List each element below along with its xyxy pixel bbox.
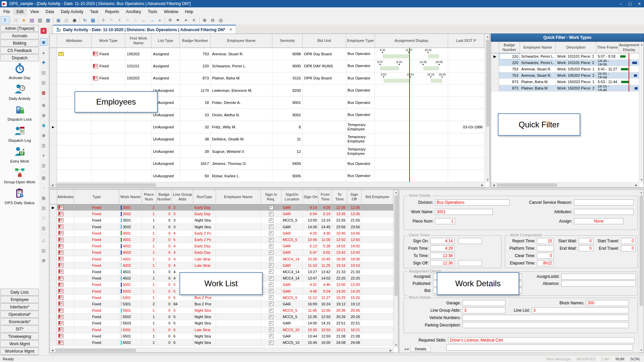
column-header[interactable]: Sign Off — [347, 190, 362, 204]
sign-in-req-checkbox[interactable]: ✓ — [269, 212, 273, 216]
menu-view[interactable]: View — [27, 8, 42, 15]
sign-in-req-checkbox[interactable]: ✓ — [269, 269, 273, 274]
column-header[interactable]: Bid Unit — [303, 34, 346, 48]
sign-in-req-checkbox[interactable]: ✓ — [269, 244, 273, 248]
sign-in-req-checkbox[interactable]: ✓ — [269, 205, 273, 210]
table-row[interactable]: 753Arenivar, Stuart R.Work: 105202 Piece… — [491, 66, 644, 72]
menu-help[interactable]: Help — [181, 8, 197, 15]
sidebar-group-bidding[interactable]: Bidding — [0, 40, 39, 47]
menu-edit[interactable]: Edit — [13, 8, 27, 15]
close-panel-button[interactable]: ✕ — [41, 28, 47, 34]
column-header[interactable]: Badge Number — [499, 42, 520, 53]
tab-close-icon[interactable]: ✕ — [229, 27, 232, 32]
quick-filter-vscrollbar[interactable]: ▲▼ — [639, 42, 644, 182]
new-document-button[interactable]: □ — [12, 16, 20, 24]
report-list-2-button[interactable]: ▤ — [40, 79, 47, 86]
sign-in-req-checkbox[interactable]: ✓ — [269, 250, 273, 255]
nav-prev-button[interactable]: ← — [140, 16, 148, 24]
column-header[interactable]: Piece Num — [142, 190, 156, 204]
sort-ascending-button[interactable]: A↓ — [182, 16, 190, 24]
quick-filter-title[interactable]: Quick Filter - Work Types — [491, 34, 644, 42]
menu-file[interactable]: File — [0, 8, 13, 15]
report-time-field[interactable]: 15 — [537, 238, 554, 244]
sidebar-group-workforce-mgmt[interactable]: Workforce Mgmt — [0, 348, 39, 355]
work-name-field[interactable]: 3001 — [435, 209, 493, 215]
line-group-abbr-field[interactable]: 3 — [463, 307, 505, 313]
column-header[interactable]: Bid Employee — [362, 190, 393, 204]
table-row[interactable]: Fixed105202Assigned753Arenivar, Stuart R… — [50, 48, 490, 60]
panel-view-button[interactable]: ▥ — [40, 225, 47, 231]
line-list-field[interactable]: 3 — [532, 307, 629, 313]
table-row[interactable]: Fixed101101Assigned220Schwartze, Penni L… — [50, 60, 490, 72]
refresh-button[interactable]: ↻ — [81, 16, 89, 24]
start-travel-field[interactable]: 0 — [621, 238, 636, 244]
sign-in-req-checkbox[interactable]: ✓ — [269, 225, 273, 229]
table-row[interactable]: Fixed5501105Night Stra✓MCC5_511:4512:002… — [50, 307, 398, 314]
sign-in-req-checkbox[interactable]: ✓ — [269, 283, 273, 287]
column-header[interactable]: From Time — [319, 190, 332, 204]
table-row[interactable]: 873Platner, Baha M.Work: 150202 Piece: 2… — [491, 85, 644, 92]
from-time-field[interactable]: 4:29 — [430, 245, 454, 251]
menu-task[interactable]: Task — [87, 8, 102, 15]
table-row[interactable]: Fixed4001104Early 2 Pc✓GAR4:204:3510:451… — [50, 230, 398, 237]
bar-chart-button[interactable]: ▦ — [40, 89, 47, 96]
clear-time-field[interactable]: 0 — [537, 253, 554, 259]
platform-time-field[interactable] — [537, 245, 554, 251]
table-row[interactable]: ▶UnAssigned32Frittz, Willy M.8Temporary … — [50, 121, 490, 133]
employees-group-button[interactable]: ◉ — [40, 102, 47, 108]
column-header[interactable]: SignOn Location — [281, 190, 303, 204]
work-details-vscrollbar[interactable]: ▲▼ — [639, 190, 643, 353]
extra-skills-field[interactable] — [446, 345, 633, 351]
column-header[interactable]: Sign In Req. — [261, 190, 281, 204]
find-button[interactable]: ◉ — [70, 16, 78, 24]
block-names-field[interactable]: 300 — [586, 300, 629, 306]
sidebar-group-interfaces-[interactable]: Interfaces* — [0, 303, 39, 310]
table-row[interactable]: Fixed5502105Night Stra✓MCC5_512:3512:502… — [50, 314, 398, 320]
sidebar-group-admin-trapeze-[interactable]: Admin [Trapeze] — [0, 25, 39, 32]
division-field[interactable]: Bus Operations — [435, 199, 509, 205]
table-row[interactable]: 753Arenivar, Stuart R.Work: 105202 Piece… — [491, 72, 644, 79]
table-row[interactable]: Fixed5301105Bus 2 Pce✓MCC5_511:1211:2715… — [50, 295, 398, 301]
column-header[interactable]: Employee Name — [520, 42, 556, 53]
printer-doc-button[interactable]: ▥ — [40, 162, 47, 169]
tab-scroll-left-icon[interactable]: ◀ — [404, 348, 406, 351]
tab-daily-activity[interactable]: Daily Activity - Date: 11-10-2020 | Divi… — [53, 25, 236, 34]
sidebar-item-activate-day[interactable]: Activate Day — [0, 63, 39, 80]
nav-last-button[interactable]: » — [156, 16, 164, 24]
column-header[interactable]: Attributes — [57, 190, 74, 204]
parking-description-field[interactable] — [463, 322, 629, 328]
quick-filter-hscrollbar[interactable]: ◀▶ — [491, 182, 639, 187]
sidebar-group-operational-[interactable]: Operational* — [0, 311, 39, 318]
document-copy-button[interactable]: ▥ — [40, 142, 47, 148]
save-as-button[interactable]: ▥ — [36, 16, 44, 24]
column-header[interactable]: RunType — [193, 190, 216, 204]
sidebar-item-ops-daily-status[interactable]: OPS Daily Status — [0, 188, 39, 205]
nav-first-button[interactable]: « — [131, 16, 140, 24]
employees-swap-button[interactable]: ◉ — [40, 122, 47, 128]
print-button[interactable]: ▦ — [44, 16, 52, 24]
garage-field[interactable] — [463, 300, 505, 306]
table-row[interactable]: Fixed4301104Late Strai✓MCC4_1410:3010:45… — [50, 256, 398, 262]
sign-in-req-checkbox[interactable]: ✓ — [269, 295, 273, 300]
open-folder-button[interactable]: ■ — [20, 16, 28, 24]
sign-in-req-checkbox[interactable]: ✓ — [269, 327, 273, 332]
sign-in-req-checkbox[interactable]: ✓ — [269, 231, 273, 235]
tab-scroll-right-icon[interactable]: ▶ — [407, 348, 409, 351]
column-header[interactable]: Badge Number — [156, 190, 172, 204]
sign-in-req-checkbox[interactable]: ✓ — [269, 321, 273, 325]
minimize-button[interactable]: – — [616, 0, 625, 7]
table-row[interactable]: UnAssigned1817Jimerez, Thomas O.9409Bus … — [50, 158, 490, 170]
save-button[interactable]: ▤ — [28, 16, 36, 24]
sidebar-group-timekeeping[interactable]: Timekeeping — [0, 333, 39, 340]
sign-in-req-checkbox[interactable]: ✓ — [269, 341, 273, 345]
edit-record-button[interactable]: ✎ — [107, 16, 115, 24]
menu-data[interactable]: Data — [42, 8, 57, 15]
view-window-button[interactable]: ▣ — [40, 38, 47, 46]
column-header[interactable]: List Type — [152, 34, 180, 48]
sign-in-req-checkbox[interactable]: ✓ — [269, 257, 273, 261]
column-header[interactable]: Time Frame — [596, 42, 619, 53]
column-header[interactable]: First Work Name — [125, 34, 152, 48]
sign-off-actual-field[interactable] — [459, 260, 482, 266]
bus-gray-button[interactable]: □ — [40, 215, 47, 221]
column-header[interactable]: To Time — [332, 190, 347, 204]
